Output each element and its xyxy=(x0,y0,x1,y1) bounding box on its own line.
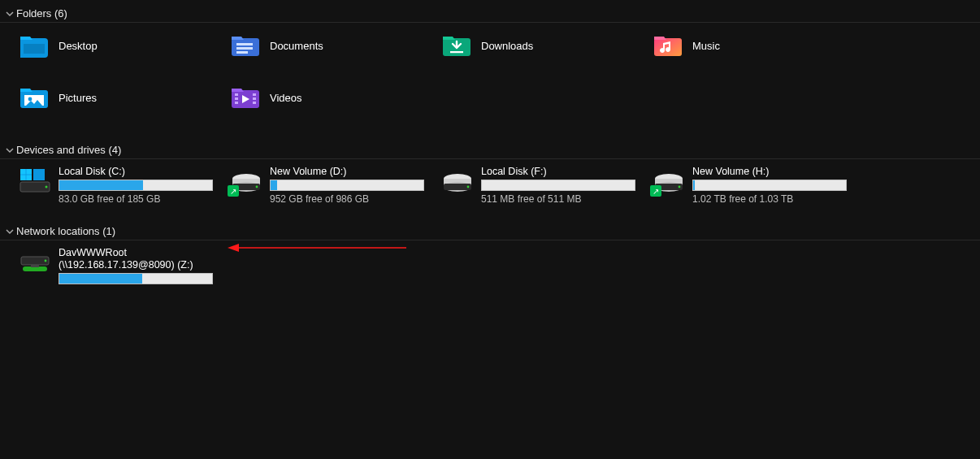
drive-label: Local Disk (C:) xyxy=(59,166,213,177)
folder-label: Music xyxy=(692,40,720,52)
network-grid: DavWWWRoot (\\192.168.17.139@8090) (Z:) xyxy=(0,240,980,299)
svg-rect-13 xyxy=(235,97,238,100)
section-title: Devices and drives (4) xyxy=(16,144,121,156)
drive-free-text: 1.02 TB free of 1.03 TB xyxy=(692,193,847,205)
drive-free-text: 952 GB free of 986 GB xyxy=(270,193,424,205)
shortcut-overlay-icon: ↗ xyxy=(228,185,239,197)
disk-icon: ↗ xyxy=(652,166,687,195)
drive-f[interactable]: Local Disk (F:) 511 MB free of 511 MB xyxy=(440,166,652,213)
folder-label: Desktop xyxy=(59,40,98,52)
svg-rect-6 xyxy=(450,51,463,53)
svg-rect-7 xyxy=(654,38,682,56)
svg-rect-0 xyxy=(24,44,45,54)
svg-point-40 xyxy=(679,186,681,188)
videos-icon xyxy=(229,84,262,110)
os-disk-icon xyxy=(18,166,54,195)
folder-label: Pictures xyxy=(59,92,97,104)
svg-rect-14 xyxy=(235,102,238,104)
svg-rect-44 xyxy=(31,265,39,267)
folder-music[interactable]: Music xyxy=(652,29,863,62)
svg-point-19 xyxy=(46,186,48,188)
svg-rect-4 xyxy=(236,51,248,54)
capacity-fill xyxy=(59,180,143,190)
drive-free-text: 511 MB free of 511 MB xyxy=(481,193,635,205)
desktop-icon xyxy=(18,32,50,58)
folder-videos[interactable]: Videos xyxy=(229,81,440,114)
capacity-bar xyxy=(59,273,213,284)
svg-rect-2 xyxy=(236,43,253,45)
section-network: Network locations (1) DavWWWRoot (\\192.… xyxy=(0,223,980,299)
section-drives: Devices and drives (4) Local Disk (C:) 8… xyxy=(0,141,980,218)
capacity-bar xyxy=(481,180,635,191)
svg-rect-17 xyxy=(253,102,256,104)
svg-rect-21 xyxy=(33,169,45,180)
downloads-icon xyxy=(440,32,473,58)
drive-label: DavWWWRoot xyxy=(59,247,213,258)
section-header-network[interactable]: Network locations (1) xyxy=(0,223,980,240)
section-title: Folders (6) xyxy=(16,7,67,19)
svg-point-30 xyxy=(256,186,258,188)
chevron-down-icon xyxy=(5,227,15,236)
drive-h[interactable]: ↗ New Volume (H:) 1.02 TB free of 1.03 T… xyxy=(652,166,863,213)
svg-rect-23 xyxy=(26,169,32,175)
svg-rect-16 xyxy=(253,97,256,100)
folder-pictures[interactable]: Pictures xyxy=(18,81,229,114)
drive-d[interactable]: ↗ New Volume (D:) 952 GB free of 986 GB xyxy=(229,166,440,213)
section-title: Network locations (1) xyxy=(16,225,115,237)
drive-label: New Volume (D:) xyxy=(270,166,424,177)
drive-label: New Volume (H:) xyxy=(692,166,847,177)
folder-label: Videos xyxy=(270,92,302,104)
folder-label: Documents xyxy=(270,40,323,52)
network-drive-icon xyxy=(18,247,54,276)
folder-documents[interactable]: Documents xyxy=(229,29,440,62)
chevron-down-icon xyxy=(5,9,15,19)
folder-label: Downloads xyxy=(481,40,533,52)
chevron-down-icon xyxy=(5,145,15,155)
section-folders: Folders (6) Desktop Documents xyxy=(0,5,980,136)
svg-rect-24 xyxy=(20,175,26,180)
drive-c[interactable]: Local Disk (C:) 83.0 GB free of 185 GB xyxy=(18,166,229,213)
svg-rect-22 xyxy=(20,169,26,175)
capacity-fill xyxy=(693,180,695,190)
folders-grid: Desktop Documents Downloads xyxy=(0,23,980,136)
svg-rect-12 xyxy=(235,93,238,96)
music-icon xyxy=(652,32,684,58)
folder-desktop[interactable]: Desktop xyxy=(18,29,229,62)
capacity-fill xyxy=(59,274,142,284)
network-drive-z[interactable]: DavWWWRoot (\\192.168.17.139@8090) (Z:) xyxy=(18,247,229,294)
section-header-folders[interactable]: Folders (6) xyxy=(0,5,980,23)
svg-point-35 xyxy=(467,186,470,188)
svg-point-10 xyxy=(28,97,33,102)
capacity-bar xyxy=(692,180,847,191)
pictures-icon xyxy=(18,84,50,110)
capacity-bar xyxy=(59,180,213,191)
svg-rect-15 xyxy=(253,93,256,96)
disk-icon xyxy=(440,166,476,195)
drives-grid: Local Disk (C:) 83.0 GB free of 185 GB ↗… xyxy=(0,159,980,218)
svg-rect-25 xyxy=(26,175,32,180)
capacity-fill xyxy=(271,180,277,190)
folder-downloads[interactable]: Downloads xyxy=(440,29,652,62)
svg-rect-3 xyxy=(236,47,253,50)
disk-icon: ↗ xyxy=(229,166,265,195)
drive-sublabel: (\\192.168.17.139@8090) (Z:) xyxy=(59,259,213,271)
svg-point-42 xyxy=(45,260,47,262)
documents-icon xyxy=(229,32,262,58)
capacity-bar xyxy=(270,180,424,191)
drive-free-text: 83.0 GB free of 185 GB xyxy=(59,193,213,205)
drive-label: Local Disk (F:) xyxy=(481,166,635,177)
section-header-drives[interactable]: Devices and drives (4) xyxy=(0,141,980,159)
shortcut-overlay-icon: ↗ xyxy=(650,185,661,197)
